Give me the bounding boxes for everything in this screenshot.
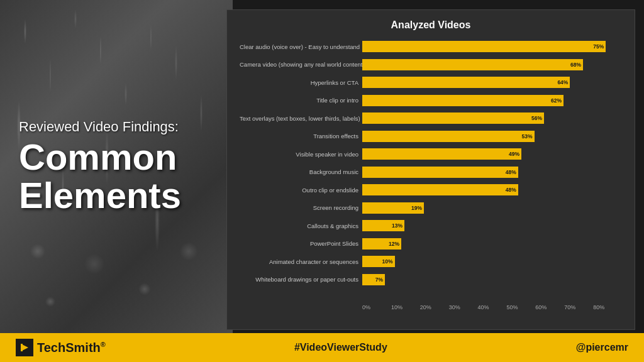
bar-track: 53% [362,131,622,142]
bar-row: Transition effects53% [240,128,622,145]
bar-label: Camera video (showing any real world con… [240,61,362,68]
bar-pct-label: 48% [506,187,518,193]
bar-label: Outro clip or endslide [240,187,362,194]
bar-fill: 7% [362,274,385,285]
bar-row: Outro clip or endslide48% [240,182,622,198]
bar-fill: 68% [362,59,583,70]
logo-area: TechSmith® [16,339,106,356]
bar-fill: 56% [362,112,544,124]
bar-label: Screen recording [240,204,362,211]
bar-pct-label: 62% [551,97,564,104]
main-title: Common Elements [19,138,214,215]
bar-track: 56% [362,112,622,124]
bar-fill: 48% [362,167,518,178]
svg-rect-1 [21,344,23,351]
bar-fill: 48% [362,184,518,195]
bar-track: 19% [362,202,622,214]
bar-row: Camera video (showing any real world con… [240,57,622,73]
bar-track: 68% [362,59,622,70]
bar-fill: 12% [362,238,401,250]
bar-track: 12% [362,238,622,250]
bar-fill: 13% [362,220,404,231]
bar-track: 64% [362,77,622,88]
bar-pct-label: 53% [522,133,535,140]
bar-label: Hyperlinks or CTA [240,79,362,86]
bar-track: 75% [362,41,622,52]
bar-fill: 64% [362,77,570,88]
subtitle: Reviewed Video Findings: [19,119,214,135]
bar-fill: 19% [362,202,424,214]
footer-bar: TechSmith® #VideoViewerStudy @piercemr [0,333,644,362]
x-axis-label: 70% [564,304,593,310]
bar-pct-label: 10% [382,258,395,265]
bar-pct-label: 48% [506,169,518,175]
logo-icon [16,339,33,356]
bar-row: Background music48% [240,164,622,180]
chart-panel: Analyzed Videos Clear audio (voice over)… [226,9,635,330]
twitter-handle: @piercemr [576,342,628,353]
bar-pct-label: 7% [375,277,385,283]
bar-row: Hyperlinks or CTA64% [240,74,622,90]
bar-pct-label: 64% [557,79,570,85]
x-axis-label: 40% [478,304,507,310]
bar-pct-label: 19% [411,205,424,211]
bar-label: Clear audio (voice over) - Easy to under… [240,43,362,50]
bar-pct-label: 75% [593,43,606,50]
x-axis-label: 30% [449,304,478,310]
bar-label: Transition effects [240,133,362,140]
x-axis-labels: 0%10%20%30%40%50%60%70%80% [362,304,622,310]
bar-label: Animated character or sequences [240,258,362,265]
bar-row: Visible speaker in video49% [240,146,622,162]
x-axis-label: 50% [506,304,535,310]
bar-label: Background music [240,168,362,175]
bar-label: Title clip or intro [240,97,362,104]
bar-track: 48% [362,167,622,178]
x-axis-label: 60% [535,304,564,310]
bar-pct-label: 49% [509,151,521,157]
bar-label: Text overlays (text boxes, lower thirds,… [240,115,362,122]
bar-pct-label: 68% [570,62,583,68]
bar-row: Callouts & graphics13% [240,217,622,234]
bar-fill: 49% [362,148,521,160]
bar-container: Clear audio (voice over) - Easy to under… [240,38,622,302]
bar-fill: 62% [362,95,564,106]
bar-label: PowerPoint Slides [240,240,362,247]
bar-track: 62% [362,95,622,106]
x-axis-label: 20% [420,304,449,310]
bar-pct-label: 13% [392,222,404,229]
bar-track: 7% [362,274,622,285]
logo-text: TechSmith® [37,341,106,355]
x-axis-label: 80% [593,304,622,310]
bar-track: 13% [362,220,622,231]
bar-label: Whiteboard drawings or paper cut-outs [240,276,362,283]
x-axis: 0%10%20%30%40%50%60%70%80% [362,304,622,310]
bar-label: Callouts & graphics [240,222,362,229]
bar-fill: 75% [362,41,606,52]
bar-row: Text overlays (text boxes, lower thirds,… [240,110,622,126]
bar-row: Title clip or intro62% [240,92,622,109]
x-axis-label: 10% [391,304,420,310]
bar-track: 49% [362,148,622,160]
bar-pct-label: 12% [389,241,401,247]
bar-row: Clear audio (voice over) - Easy to under… [240,38,622,55]
bar-track: 10% [362,256,622,267]
bar-row: Whiteboard drawings or paper cut-outs7% [240,272,622,288]
left-panel: Reviewed Video Findings: Common Elements [0,0,233,333]
chart-title: Analyzed Videos [240,19,622,31]
bar-pct-label: 56% [531,115,544,121]
hashtag: #VideoViewerStudy [294,342,387,353]
x-axis-label: 0% [362,304,391,310]
bar-row: PowerPoint Slides12% [240,236,622,252]
bar-fill: 10% [362,256,395,267]
bar-row: Screen recording19% [240,200,622,216]
bar-fill: 53% [362,131,535,142]
bar-label: Visible speaker in video [240,151,362,158]
bar-row: Animated character or sequences10% [240,253,622,270]
chart-content: Clear audio (voice over) - Easy to under… [240,38,622,310]
bar-track: 48% [362,184,622,195]
